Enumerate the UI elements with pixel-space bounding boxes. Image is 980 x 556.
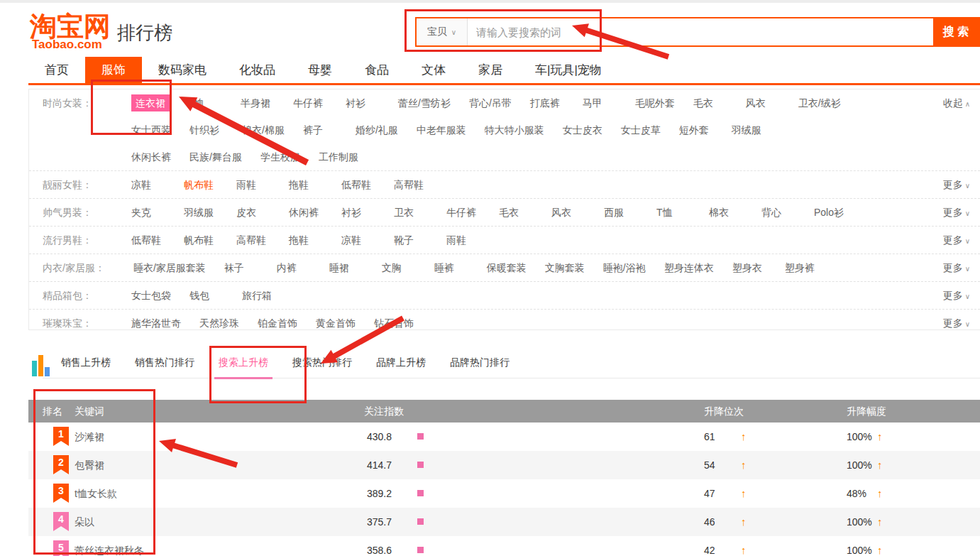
category-link[interactable]: 塑身裤: [785, 258, 819, 278]
category-link[interactable]: 打底裤: [530, 93, 564, 113]
category-link[interactable]: 钱包: [189, 285, 224, 305]
category-link[interactable]: 卫衣/绒衫: [798, 93, 841, 113]
keyword-link[interactable]: 沙滩裙: [75, 423, 104, 451]
category-link[interactable]: 睡衣/家居服套装: [133, 258, 206, 278]
category-link[interactable]: 凉鞋: [341, 230, 375, 250]
search-category-dropdown[interactable]: 宝贝 ∨: [417, 18, 468, 45]
category-link[interactable]: 皮衣: [236, 202, 270, 222]
search-input[interactable]: [468, 18, 933, 45]
category-link[interactable]: 内裤: [277, 258, 311, 278]
rank-tab-0[interactable]: 销售上升榜: [61, 355, 111, 378]
category-link[interactable]: 文胸套装: [545, 258, 585, 278]
more-link[interactable]: 更多∨: [943, 313, 970, 334]
category-link[interactable]: 毛衣: [693, 93, 727, 113]
rank-tab-5[interactable]: 品牌热门排行: [450, 355, 510, 378]
category-link[interactable]: Polo衫: [814, 202, 848, 222]
category-link[interactable]: 睡裤: [434, 258, 468, 278]
category-link[interactable]: 施华洛世奇: [131, 313, 181, 333]
category-link[interactable]: 特大特小服装: [485, 120, 544, 140]
category-link[interactable]: 民族/舞台服: [189, 147, 242, 167]
taobao-logo-domain[interactable]: Taobao.com: [32, 38, 102, 52]
category-link[interactable]: 靴子: [394, 230, 428, 250]
nav-tab-3[interactable]: 化妆品: [223, 57, 292, 83]
category-link[interactable]: 塑身衣: [732, 258, 766, 278]
category-link[interactable]: 牛仔裤: [446, 202, 480, 222]
category-link[interactable]: 半身裙: [241, 93, 275, 113]
more-link[interactable]: 更多∨: [943, 230, 970, 251]
category-link[interactable]: 女士皮草: [621, 120, 661, 140]
category-link[interactable]: 背心: [761, 202, 795, 222]
category-link[interactable]: 中老年服装: [417, 120, 466, 140]
category-link[interactable]: 棉衣: [709, 202, 743, 222]
nav-tab-1[interactable]: 服饰: [85, 57, 142, 83]
category-link[interactable]: T恤: [188, 93, 222, 113]
category-link[interactable]: 毛呢外套: [635, 93, 675, 113]
category-link[interactable]: 钻石首饰: [374, 313, 414, 333]
category-link[interactable]: 毛衣: [499, 202, 533, 222]
more-link[interactable]: 更多∨: [943, 175, 970, 196]
nav-tab-7[interactable]: 家居: [462, 57, 519, 83]
nav-tab-6[interactable]: 文体: [405, 57, 462, 83]
category-link[interactable]: 蕾丝/雪纺衫: [398, 93, 451, 113]
nav-tab-4[interactable]: 母婴: [292, 57, 348, 83]
collapse-link[interactable]: 收起∧: [943, 93, 970, 114]
keyword-link[interactable]: 包臀裙: [75, 451, 104, 479]
category-link[interactable]: 棉衣/棉服: [242, 120, 285, 140]
category-link[interactable]: 牛仔裤: [293, 93, 327, 113]
category-link[interactable]: 睡袍/浴袍: [603, 258, 646, 278]
category-link[interactable]: 女士皮衣: [563, 120, 602, 140]
category-link[interactable]: 袜子: [224, 258, 258, 278]
category-link[interactable]: 裤子: [303, 120, 337, 140]
category-link[interactable]: 低帮鞋: [341, 175, 375, 195]
more-link[interactable]: 更多∨: [943, 285, 970, 307]
category-link[interactable]: 帆布鞋: [184, 230, 218, 250]
category-link[interactable]: 雨鞋: [446, 230, 480, 250]
category-link[interactable]: 针织衫: [189, 120, 224, 140]
nav-tab-0[interactable]: 首页: [28, 57, 85, 83]
category-link[interactable]: 衬衫: [346, 93, 380, 113]
rank-tab-4[interactable]: 品牌上升榜: [376, 355, 426, 378]
category-link[interactable]: 羽绒服: [732, 120, 766, 140]
category-link[interactable]: 西服: [604, 202, 638, 222]
category-link[interactable]: 工作制服: [319, 147, 358, 167]
category-link[interactable]: 低帮鞋: [131, 230, 165, 250]
category-link[interactable]: 拖鞋: [289, 175, 323, 195]
category-link[interactable]: 高帮鞋: [394, 175, 428, 195]
category-link[interactable]: 凉鞋: [131, 175, 165, 195]
rank-tab-2[interactable]: 搜索上升榜: [219, 355, 268, 378]
nav-tab-5[interactable]: 食品: [348, 57, 405, 83]
nav-tab-8[interactable]: 车|玩具|宠物: [519, 57, 618, 83]
category-link[interactable]: 婚纱/礼服: [356, 120, 398, 140]
category-link[interactable]: 高帮鞋: [236, 230, 270, 250]
category-link[interactable]: 女士西装: [131, 120, 171, 140]
keyword-link[interactable]: 蕾丝连衣裙秋冬: [75, 536, 144, 556]
rank-tab-1[interactable]: 销售热门排行: [135, 355, 194, 378]
category-link[interactable]: 连衣裙: [131, 94, 170, 111]
category-link[interactable]: 保暖套装: [487, 258, 527, 278]
category-link[interactable]: 衬衫: [341, 202, 375, 222]
category-link[interactable]: 休闲裤: [289, 202, 323, 222]
category-link[interactable]: 黄金首饰: [316, 313, 356, 333]
category-link[interactable]: 风衣: [746, 93, 780, 113]
category-link[interactable]: T恤: [656, 202, 690, 222]
category-link[interactable]: 拖鞋: [289, 230, 323, 250]
category-link[interactable]: 雨鞋: [236, 175, 270, 195]
category-link[interactable]: 马甲: [583, 93, 617, 113]
nav-tab-2[interactable]: 数码家电: [142, 57, 223, 83]
category-link[interactable]: 天然珍珠: [199, 313, 239, 333]
category-link[interactable]: 风衣: [551, 202, 585, 222]
category-link[interactable]: 休闲长裤: [131, 147, 171, 167]
category-link[interactable]: 女士包袋: [131, 285, 171, 305]
category-link[interactable]: 铂金首饰: [258, 313, 297, 333]
category-link[interactable]: 旅行箱: [242, 285, 276, 305]
category-link[interactable]: 卫衣: [394, 202, 428, 222]
more-link[interactable]: 更多∨: [943, 202, 970, 224]
category-link[interactable]: 塑身连体衣: [664, 258, 714, 278]
category-link[interactable]: 短外套: [679, 120, 713, 140]
category-link[interactable]: 学生校服: [260, 147, 300, 167]
keyword-link[interactable]: 朵以: [75, 508, 94, 536]
category-link[interactable]: 背心/吊带: [469, 93, 512, 113]
category-link[interactable]: 帆布鞋: [184, 175, 218, 195]
category-link[interactable]: 文胸: [382, 258, 416, 278]
search-button[interactable]: 搜 索: [933, 18, 979, 45]
